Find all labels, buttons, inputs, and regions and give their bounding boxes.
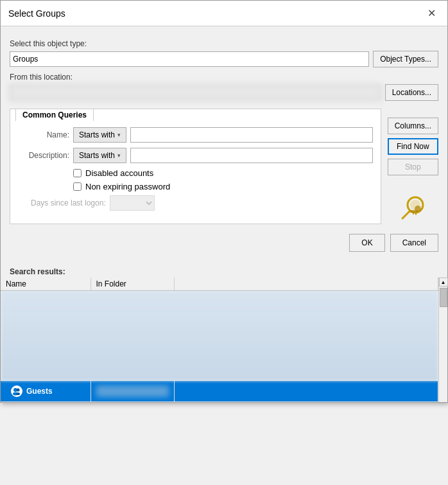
ok-button[interactable]: OK [349,234,384,252]
svg-line-1 [402,211,409,218]
title-bar-left: Select Groups [8,8,65,19]
from-location-row: Locations... [10,84,438,101]
results-table: Name In Folder [1,278,438,402]
scroll-thumb[interactable] [440,288,447,307]
svg-rect-5 [415,213,417,215]
search-results-area: Name In Folder [1,278,447,402]
right-buttons: Columns... Find Now Stop [388,105,438,225]
stop-button[interactable]: Stop [388,159,438,175]
main-content-row: Common Queries Name: Starts with ▾ [10,105,438,225]
object-type-label: Select this object type: [10,39,438,48]
select-groups-dialog: Select Groups ✕ Select this object type:… [0,0,448,403]
desc-label: Description: [18,151,69,160]
col-in-folder: In Folder [90,278,174,291]
non-expiring-label: Non expiring password [85,182,170,191]
col-extra [174,278,438,291]
guests-extra-cell [174,381,438,402]
disabled-accounts-checkbox[interactable] [73,169,82,177]
desc-dropdown-arrow: ▾ [117,152,121,159]
object-type-input[interactable] [10,51,369,67]
disabled-accounts-label: Disabled accounts [85,168,153,178]
location-input[interactable] [10,85,381,100]
name-dropdown-text: Starts with [79,130,115,139]
vertical-scrollbar[interactable]: ▲ [438,278,447,402]
dialog-title: Select Groups [8,8,65,19]
days-since-row: Days since last logon: [31,195,373,211]
dialog-body: Select this object type: Object Types...… [1,26,447,265]
desc-query-input[interactable] [130,148,373,163]
queries-box: Common Queries Name: Starts with ▾ [10,109,381,224]
guests-folder-cell [90,381,174,402]
svg-point-8 [17,389,20,392]
guests-name-cell: Guests [1,381,90,402]
guests-name-text: Guests [26,387,53,396]
name-query-row: Name: Starts with ▾ [18,127,373,143]
close-button[interactable]: ✕ [424,6,440,21]
name-label: Name: [18,130,69,139]
svg-rect-6 [413,213,414,215]
title-bar: Select Groups ✕ [1,1,447,26]
desc-starts-with-dropdown[interactable]: Starts with ▾ [73,148,126,163]
table-row-blurred [1,291,438,382]
queries-section: Common Queries Name: Starts with ▾ [10,105,381,224]
name-starts-with-dropdown[interactable]: Starts with ▾ [73,127,126,143]
blurred-rows [1,291,438,381]
find-now-button[interactable]: Find Now [388,138,438,155]
search-results-label: Search results: [1,265,447,278]
search-icon-area [388,192,438,225]
non-expiring-checkbox[interactable] [73,182,82,191]
object-type-row: Object Types... [10,51,438,67]
locations-button[interactable]: Locations... [385,84,438,101]
disabled-accounts-row: Disabled accounts [73,168,373,178]
scroll-up-arrow[interactable]: ▲ [439,278,448,287]
bottom-buttons: OK Cancel [10,234,438,252]
from-location-label: From this location: [10,73,438,82]
name-query-input[interactable] [130,127,373,143]
days-since-dropdown[interactable] [110,195,155,211]
guests-icon [11,385,22,397]
svg-rect-4 [410,210,418,213]
desc-dropdown-text: Starts with [79,151,115,160]
user-group-icon [12,387,21,396]
guests-folder-blurred [96,385,169,397]
table-header-row: Name In Folder [1,278,438,291]
guests-row-content: Guests [6,383,85,400]
svg-point-10 [16,392,20,395]
non-expiring-row: Non expiring password [73,182,373,191]
name-dropdown-arrow: ▾ [117,132,121,138]
search-icon [397,192,428,223]
columns-button[interactable]: Columns... [388,118,438,134]
cancel-button[interactable]: Cancel [390,234,438,252]
table-row[interactable]: Guests [1,381,438,402]
results-table-container: Name In Folder [1,278,438,402]
col-name: Name [1,278,90,291]
queries-content: Name: Starts with ▾ Description: Starts [15,123,375,218]
common-queries-tab[interactable]: Common Queries [15,109,94,121]
days-since-label: Days since last logon: [31,198,106,207]
desc-query-row: Description: Starts with ▾ [18,148,373,163]
object-types-button[interactable]: Object Types... [373,51,438,67]
